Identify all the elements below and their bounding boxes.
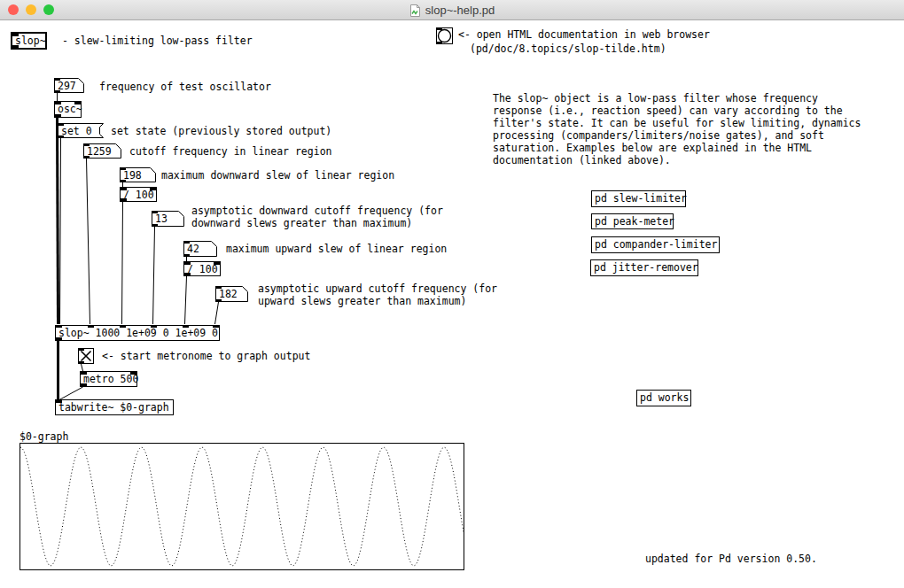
comment-toggle: <- start metronome to graph output (102, 350, 310, 362)
outlet-nub (184, 273, 191, 275)
outlet-nub (54, 90, 60, 93)
description-text: The slop~ object is a low-pass filter wh… (493, 92, 904, 166)
inlet-nub (56, 400, 62, 403)
object-box-metro: metro 500 (80, 371, 137, 387)
comment-up-slew: maximum upward slew of linear region (226, 243, 447, 255)
inlet-nub (130, 372, 136, 375)
inlet-nub (152, 211, 158, 213)
outlet-nub (121, 198, 127, 201)
close-button[interactable] (8, 4, 19, 15)
outlet-nub (81, 383, 87, 386)
inlet-nub (88, 325, 94, 328)
outlet-nub (120, 180, 126, 182)
subpatch-slew-limiter[interactable]: pd slew-limiter (591, 190, 686, 207)
toggle-metronome[interactable] (78, 348, 94, 364)
object-box-tabwrite: tabwrite~ $0-graph (55, 399, 174, 415)
signal-cords (58, 118, 58, 399)
object-box-slop-main: slop~ (11, 32, 47, 50)
inlet-nub (54, 78, 60, 81)
waveform-graph (19, 443, 464, 570)
patch-canvas: slop~ - slew-limiting low-pass filter <-… (0, 20, 904, 588)
comment-set-state: set state (previously stored output) (111, 125, 331, 137)
number-box-down-slew[interactable]: 198 (120, 167, 156, 182)
outlet-nub (12, 45, 19, 48)
subpatch-works[interactable]: pd works (636, 390, 691, 406)
traffic-lights (8, 0, 54, 19)
inlet-nub (183, 325, 189, 328)
inlet-nub (214, 262, 220, 265)
number-box-up-slew[interactable]: 42 (183, 241, 217, 257)
zoom-button[interactable] (43, 4, 54, 15)
comment-doc-link: <- open HTML documentation in web browse… (458, 28, 710, 41)
outlet-nub (55, 114, 61, 117)
comment-main: - slew-limiting low-pass filter (62, 35, 253, 47)
object-box-divide-1: / 100 (120, 187, 157, 202)
number-box-down-asymptotic[interactable]: 13 (152, 211, 184, 227)
outlet-nub (183, 254, 190, 257)
comment-frequency: frequency of test oscillator (99, 81, 271, 93)
comment-doc-path: (pd/doc/8.topics/slop-tilde.htm) (470, 43, 666, 55)
title-bar[interactable]: slop~-help.pd (0, 0, 904, 20)
subpatch-compander-limiter[interactable]: pd compander-limiter (591, 236, 720, 253)
inlet-nub (121, 188, 127, 190)
inlet-nub (56, 325, 62, 328)
outlet-nub (56, 337, 62, 340)
document-icon (409, 4, 421, 16)
object-box-divide-2: / 100 (183, 261, 221, 276)
subpatch-peak-meter[interactable]: pd peak-meter (591, 213, 674, 229)
inlet-nub (215, 286, 222, 289)
window-title: slop~-help.pd (425, 4, 495, 17)
comment-down-asymptotic: asymptotic downward cutoff frequency (fo… (191, 205, 443, 229)
minimize-button[interactable] (26, 4, 36, 15)
footer-version: updated for Pd version 0.50. (645, 553, 817, 565)
object-box-slop: slop~ 1000 1e+09 0 1e+09 0 (55, 325, 220, 341)
inlet-nub (12, 34, 19, 36)
inlet-nub (74, 102, 81, 104)
inlet-nub (81, 372, 87, 375)
inlet-nub (58, 123, 64, 126)
number-box-frequency[interactable]: 297 (54, 78, 84, 93)
outlet-nub (215, 299, 222, 302)
inlet-nub (83, 143, 90, 146)
outlet-nub (58, 135, 64, 138)
number-box-cutoff[interactable]: 1259 (83, 143, 121, 159)
inlet-nub (120, 325, 126, 328)
comment-up-asymptotic: asymptotic upward cutoff frequency (for … (258, 282, 497, 307)
comment-cutoff: cutoff frequency in linear region (129, 145, 331, 158)
object-box-osc: osc~ (54, 101, 82, 118)
inlet-nub (151, 325, 157, 328)
sine-wave-plot (20, 444, 464, 569)
message-box-set-state[interactable]: set 0 (58, 123, 104, 138)
inlet-nub (78, 348, 84, 351)
graph-label: $0-graph (19, 430, 68, 443)
inlet-nub (436, 27, 442, 30)
number-box-up-asymptotic[interactable]: 182 (215, 286, 248, 302)
subpatch-jitter-remover[interactable]: pd jitter-remover (590, 259, 698, 276)
pd-patch-window: slop~-help.pd (0, 0, 904, 588)
inlet-nub (120, 167, 126, 170)
outlet-nub (152, 224, 158, 227)
bang-open-docs[interactable] (436, 27, 453, 44)
bang-circle-icon (439, 30, 451, 43)
inlet-nub (55, 102, 61, 104)
outlet-nub (78, 361, 84, 364)
inlet-nub (183, 241, 190, 244)
inlet-nub (213, 325, 219, 328)
outlet-nub (436, 42, 442, 44)
inlet-nub (184, 262, 191, 265)
outlet-nub (83, 156, 90, 159)
comment-down-slew: maximum downward slew of linear region (161, 169, 394, 182)
inlet-nub (150, 188, 156, 190)
